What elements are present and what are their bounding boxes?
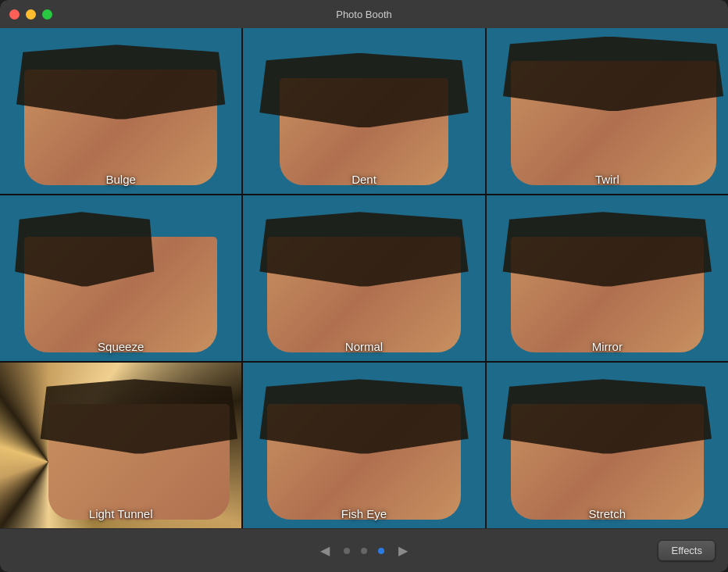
window-title: Photo Booth (336, 9, 392, 20)
effect-cell-mirror[interactable]: Mirror (487, 195, 728, 361)
maximize-button[interactable] (42, 9, 52, 20)
effects-button[interactable]: Effects (658, 540, 716, 561)
title-bar: Photo Booth (0, 0, 728, 28)
effects-grid: Bulge Dent Twirl Squeeze (0, 28, 728, 528)
effect-cell-bulge[interactable]: Bulge (0, 28, 241, 194)
effect-label-fish-eye: Fish Eye (243, 507, 484, 520)
minimize-button[interactable] (26, 9, 36, 20)
bottom-bar: ◀ ▶ Effects (0, 528, 728, 572)
pagination-controls: ◀ ▶ (317, 540, 411, 561)
page-dot-2[interactable] (361, 548, 367, 554)
effect-label-squeeze: Squeeze (0, 340, 241, 353)
effect-label-bulge: Bulge (0, 173, 241, 186)
effect-label-mirror: Mirror (487, 340, 728, 353)
effect-cell-stretch[interactable]: Stretch (487, 363, 728, 528)
effect-cell-squeeze[interactable]: Squeeze (0, 195, 241, 361)
prev-page-button[interactable]: ◀ (317, 540, 333, 561)
page-dot-3[interactable] (378, 548, 384, 554)
effect-cell-dent[interactable]: Dent (243, 28, 484, 194)
close-button[interactable] (9, 9, 20, 20)
effect-cell-light-tunnel[interactable]: Light Tunnel (0, 363, 241, 528)
effect-cell-normal[interactable]: Normal (243, 195, 484, 361)
effect-label-twirl: Twirl (487, 173, 728, 186)
page-dot-1[interactable] (344, 548, 350, 554)
effect-cell-fish-eye[interactable]: Fish Eye (243, 363, 484, 528)
window-controls (9, 9, 52, 20)
effect-label-stretch: Stretch (487, 507, 728, 520)
effect-label-light-tunnel: Light Tunnel (0, 507, 241, 520)
next-page-button[interactable]: ▶ (395, 540, 411, 561)
effect-label-dent: Dent (243, 173, 484, 186)
effect-cell-twirl[interactable]: Twirl (487, 28, 728, 194)
effect-label-normal: Normal (243, 340, 484, 353)
